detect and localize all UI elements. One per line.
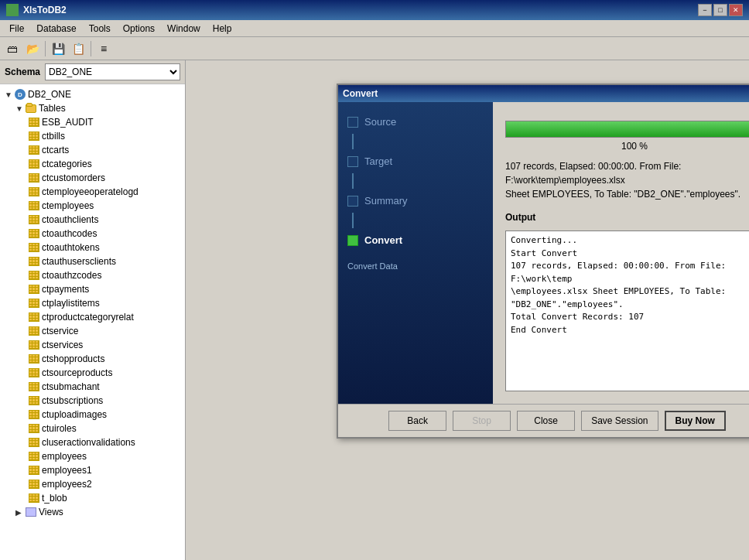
tree-item[interactable]: ctemployeeoperatelogd [3, 185, 182, 199]
toolbar-btn-4[interactable]: 📋 [69, 39, 87, 58]
tree-item[interactable]: ctuiroles [3, 422, 182, 435]
menu-window[interactable]: Window [161, 22, 207, 36]
menu-options[interactable]: Options [117, 22, 161, 36]
toolbar-btn-3[interactable]: 💾 [49, 39, 67, 58]
buy-now-button[interactable]: Buy Now [665, 411, 726, 431]
tree-item[interactable]: ctpayments [3, 282, 182, 296]
app-icon [6, 4, 19, 16]
back-button[interactable]: Back [388, 411, 446, 431]
window-controls: − □ ✕ [698, 4, 743, 16]
menu-bar: File Database Tools Options Window Help [0, 20, 749, 37]
table-icon [28, 130, 40, 142]
save-session-button[interactable]: Save Session [581, 411, 658, 431]
wizard-step-source[interactable]: Source [338, 110, 493, 134]
tree-item[interactable]: employees1 [3, 463, 182, 477]
tree-item-label: ctbills [42, 131, 65, 142]
table-icon [28, 325, 40, 337]
tree-item[interactable]: ctoauthzcodes [3, 268, 182, 282]
stop-button[interactable]: Stop [453, 411, 511, 431]
tree-item[interactable]: ctoauthclients [3, 213, 182, 227]
dialog-body: Source Target Summary Conv [338, 102, 749, 404]
tree-item[interactable]: employees [3, 449, 182, 463]
progress-container: 100 % [505, 121, 749, 152]
tree-item[interactable]: employees2 [3, 477, 182, 491]
step-line-1 [352, 134, 354, 149]
tree-item-label: ctcarts [42, 145, 69, 155]
tree-item[interactable]: ctproductcategoryrelat [3, 310, 182, 324]
wizard-sidebar: Source Target Summary Conv [338, 102, 493, 404]
tree-item[interactable]: ctauthusersclients [3, 254, 182, 268]
menu-help[interactable]: Help [207, 22, 238, 36]
table-icon [28, 450, 40, 463]
tree-item[interactable]: ctemployees [3, 199, 182, 213]
toolbar-btn-1[interactable]: 🗃 [3, 39, 22, 58]
tree-item[interactable]: ctbills [3, 129, 182, 143]
tree-item[interactable]: ESB_AUDIT [3, 115, 182, 129]
tree-item-label: ctsourceproducts [42, 367, 112, 378]
output-box: Converting...Start Convert107 records, E… [505, 230, 749, 391]
tree-item[interactable]: ctsourceproducts [3, 366, 182, 380]
tree-item[interactable]: ctservices [3, 338, 182, 352]
toolbar-separator-1 [45, 41, 46, 56]
tree-item[interactable]: ctplaylistitems [3, 296, 182, 310]
toolbar-btn-2[interactable]: 📂 [23, 39, 42, 58]
tree-item-label: ctoauthzcodes [42, 270, 101, 281]
table-icon [28, 116, 40, 128]
table-icon [28, 492, 40, 504]
tree-item[interactable]: ctservice [3, 324, 182, 338]
menu-file[interactable]: File [3, 22, 30, 36]
tree-item[interactable]: ctcarts [3, 143, 182, 157]
progress-label: 100 % [505, 141, 749, 152]
table-icon [28, 255, 40, 268]
tree-item-label: ctuiroles [42, 423, 77, 434]
tree-item[interactable]: ctsubscriptions [3, 394, 182, 408]
minimize-button[interactable]: − [698, 4, 712, 16]
wizard-step-summary[interactable]: Summary [338, 189, 493, 213]
output-line: Total Convert Records: 107 [511, 311, 749, 324]
wizard-step-target[interactable]: Target [338, 149, 493, 173]
tree-views-folder[interactable]: ▶ Views [3, 505, 182, 519]
tree-item[interactable]: ctoauthtokens [3, 241, 182, 254]
table-icon [28, 436, 40, 449]
tree-item[interactable]: ctcategories [3, 157, 182, 171]
dialog-footer: Back Stop Close Save Session Buy Now [338, 404, 749, 437]
output-label: Output [505, 212, 749, 223]
maximize-button[interactable]: □ [713, 4, 727, 16]
tree-root[interactable]: ▼ D DB2_ONE [3, 87, 182, 101]
tree-item[interactable]: t_blob [3, 491, 182, 505]
tree-item[interactable]: ctuploadimages [3, 408, 182, 422]
menu-database[interactable]: Database [30, 22, 82, 36]
table-icon [28, 367, 40, 379]
tree-item[interactable]: ctshopproducts [3, 352, 182, 366]
close-window-button[interactable]: ✕ [729, 4, 743, 16]
tree-item-label: ctproductcategoryrelat [42, 312, 134, 323]
wizard-step-convert[interactable]: Convert [338, 228, 493, 252]
close-button[interactable]: Close [517, 411, 575, 431]
info-line2: Sheet EMPLOYEES, To Table: "DB2_ONE"."em… [505, 187, 749, 201]
toolbar: 🗃 📂 💾 📋 ≡ [0, 37, 749, 60]
tree-item-label: employees1 [42, 465, 92, 476]
tree-tables-folder[interactable]: ▼ Tables [3, 101, 182, 115]
output-line: Converting... [511, 234, 749, 248]
schema-select[interactable]: DB2_ONE [45, 63, 180, 80]
tree-item[interactable]: cluseractionvalidations [3, 435, 182, 449]
output-line: \employees.xlsx Sheet EMPLOYEES, To Tabl… [511, 285, 749, 311]
tree-item[interactable]: ctcustomorders [3, 171, 182, 185]
views-icon [25, 506, 37, 518]
tree-item[interactable]: ctsubmachant [3, 380, 182, 394]
menu-tools[interactable]: Tools [83, 22, 117, 36]
info-text: 107 records, Elapsed: 00:00:00. From Fil… [505, 159, 749, 201]
step-line-3 [352, 213, 354, 228]
step-indicator-convert [347, 235, 358, 246]
table-icon [28, 381, 40, 393]
toolbar-btn-5[interactable]: ≡ [94, 39, 113, 58]
tree-item-label: ctauthusersclients [42, 256, 116, 267]
tree-item-label: ctservice [42, 326, 78, 336]
left-panel: Schema DB2_ONE ▼ D DB2_ONE ▼ Tables [0, 60, 186, 560]
table-icon [28, 478, 40, 490]
info-line1: 107 records, Elapsed: 00:00:00. From Fil… [505, 159, 749, 187]
step-line-2 [352, 173, 354, 189]
step-indicator-target [347, 156, 358, 167]
tree-item[interactable]: ctoauthcodes [3, 227, 182, 241]
tree-item-label: ctcustomorders [42, 172, 105, 183]
